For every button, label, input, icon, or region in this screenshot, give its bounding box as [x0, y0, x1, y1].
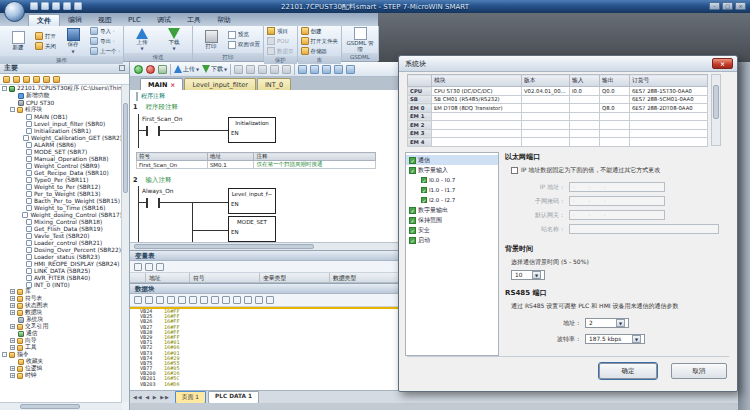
pin-icon[interactable] [119, 65, 125, 71]
expand-toggle-icon[interactable]: + [10, 373, 15, 378]
tree-tool-1-icon[interactable] [3, 76, 10, 83]
tree-tool-3-icon[interactable] [23, 76, 30, 83]
tree-item[interactable]: HMI_REOPE_DISPLAY (SBR24) [0, 260, 122, 267]
help-icon[interactable] [266, 296, 274, 304]
menu-tab-PLC[interactable]: PLC [120, 14, 149, 26]
symbol-table-row[interactable]: First_Scan_OnSM0.1仅在第一个扫描周期时接通 [137, 161, 376, 169]
expand-toggle-icon[interactable]: + [10, 296, 15, 301]
expand-toggle-icon[interactable]: + [10, 303, 15, 308]
settings-tree-item-数字量输出[interactable]: ✓数字量输出 [406, 205, 498, 215]
data-page-tab-页面 1[interactable]: 页面 1 [175, 391, 206, 404]
ribbon-button-项目[interactable]: 项目 [267, 27, 294, 35]
ribbon-button-打开文件夹[interactable]: 打开文件夹 [301, 37, 339, 45]
tree-item[interactable]: 收藏夹 [0, 358, 122, 365]
module-table-row[interactable]: CPUCPU ST30 (DC/DC/DC)V02.04.01_00...I0.… [408, 87, 708, 96]
menu-tab-工具[interactable]: 工具 [179, 14, 209, 26]
tree-item[interactable]: Type0_Per (SBR11) [0, 176, 122, 183]
ribbon-button-上一个[interactable]: 上一个 · [90, 47, 120, 55]
tree-item[interactable]: 系统块 [0, 316, 122, 323]
ribbon-button-存储器[interactable]: 存储器 [301, 47, 339, 55]
program-comment[interactable]: 程序注释 [136, 92, 165, 101]
down-icon[interactable] [156, 296, 164, 304]
network-comment[interactable]: 程序段注释 [146, 103, 179, 111]
tree-item[interactable]: Mixing_Control (SBR18) [0, 218, 122, 225]
settings-tree-item-通信[interactable]: ✓通信 [406, 155, 498, 165]
tree-item[interactable]: -程序块 [0, 106, 122, 113]
menu-tab-帮助[interactable]: 帮助 [209, 14, 239, 26]
close-button[interactable]: × [735, 2, 746, 10]
tree-item[interactable]: CPU ST30 [0, 99, 122, 106]
column-header-符号[interactable]: 符号 [190, 273, 260, 282]
subroutine-box[interactable]: Initialization EN [228, 117, 276, 143]
tree-item[interactable]: Loader_control (SBR21) [0, 239, 122, 246]
tree-item[interactable]: 新增功能 [0, 92, 122, 99]
tree-item[interactable]: Per_to_Weight (SBR13) [0, 190, 122, 197]
column-header-数据类型[interactable]: 数据类型 [330, 273, 400, 282]
app-menu-orb-button[interactable] [4, 1, 25, 22]
tree-item[interactable]: Vavle_Test (SBR20) [0, 232, 122, 239]
tree-item[interactable]: +位逻辑 [0, 365, 122, 372]
background-time-select[interactable]: 10 ▼ [511, 270, 545, 280]
settings-tree-item-数字量输入[interactable]: ✓数字量输入 [406, 165, 498, 175]
tree-item[interactable]: +向导 [0, 337, 122, 344]
expand-toggle-icon[interactable]: - [10, 107, 15, 112]
rs485-baud-select[interactable]: 187.5 kbps ▼ [585, 334, 645, 344]
module-table-row[interactable]: SBSB CM01 (RS485/RS232)6ES7 288-5CM01-0A… [408, 95, 708, 104]
tree-item[interactable]: +状态图表 [0, 302, 122, 309]
tree-item[interactable]: Bacth_Per_to_Weight (SBR15) [0, 197, 122, 204]
undo-icon[interactable] [200, 296, 208, 304]
settings-tree-item-I1.0 - I1.7[interactable]: ✓I1.0 - I1.7 [406, 185, 498, 195]
insert-icon[interactable] [222, 296, 230, 304]
tree-horizontal-scrollbar[interactable] [0, 402, 122, 410]
ribbon-button-打开[interactable]: 打开 [35, 32, 56, 40]
expand-toggle-icon[interactable]: + [10, 366, 15, 371]
tree-item[interactable]: Manual_Operation (SBR8) [0, 155, 122, 162]
minimize-button[interactable]: – [709, 2, 720, 10]
goto-icon[interactable] [334, 65, 343, 74]
chevron-down-icon[interactable]: ▼ [632, 335, 641, 343]
save-icon[interactable] [134, 296, 142, 304]
module-table-row[interactable]: EM 1 [408, 112, 708, 121]
subroutine-box[interactable]: Level_input_f~ EN [228, 188, 276, 214]
dialog-title-bar[interactable]: 系统块 × [399, 56, 737, 72]
menu-tab-视图[interactable]: 视图 [90, 14, 120, 26]
tree-item[interactable]: -22101.7CPUST30程序 (C:\Users\ThinkPa [0, 85, 122, 92]
ribbon-button-预览[interactable]: 预览 [228, 31, 260, 39]
tree-item[interactable]: +交叉引用 [0, 323, 122, 330]
delete-row-icon[interactable] [145, 263, 153, 271]
page-icon[interactable] [244, 296, 252, 304]
bookmark-icon[interactable] [322, 65, 331, 74]
chevron-down-icon[interactable]: ▼ [616, 319, 625, 327]
delete-icon[interactable] [211, 296, 219, 304]
tree-item[interactable]: Get_Recipe_Data (SBR10) [0, 169, 122, 176]
expand-toggle-icon[interactable]: + [10, 324, 15, 329]
settings-tree-item-I0.0 - I0.7[interactable]: ✓I0.0 - I0.7 [406, 175, 498, 185]
menu-tab-调试[interactable]: 调试 [149, 14, 179, 26]
module-table[interactable]: 模块版本输入输出订货号CPUCPU ST30 (DC/DC/DC)V02.04.… [407, 74, 708, 147]
ribbon-button-下载[interactable]: 下载▼ [159, 28, 189, 52]
tree-item[interactable]: Loader_status (SBR23) [0, 253, 122, 260]
ribbon-button-导入[interactable]: 导入 · [90, 27, 120, 35]
ribbon-button-GSDML 管理[interactable]: GSDML 管理 [345, 27, 375, 52]
insert-network-icon[interactable] [298, 65, 307, 74]
module-table-row[interactable]: EM 2 [408, 121, 708, 130]
ribbon-button-双面设置[interactable]: 双面设置 [228, 41, 260, 49]
tree-item[interactable]: Dosing_Over_Percent (SBR22) [0, 246, 122, 253]
expand-toggle-icon[interactable]: + [10, 310, 15, 315]
expand-toggle-icon[interactable]: + [10, 345, 15, 350]
tree-item[interactable]: MODE_SET (SBR7) [0, 148, 122, 155]
editor-tab-Level_input_filter[interactable]: Level_input_filter [184, 78, 256, 90]
no-contact[interactable] [146, 126, 160, 136]
dropdown-icon[interactable] [233, 296, 241, 304]
menu-tab-编辑[interactable]: 编辑 [60, 14, 90, 26]
tree-item[interactable]: Weight_to_Time (SBR16) [0, 204, 122, 211]
expand-toggle-icon[interactable]: - [2, 86, 7, 91]
cancel-button[interactable]: 取消 [671, 363, 727, 379]
ribbon-button-新建[interactable]: 新建 [3, 31, 33, 51]
compile-icon[interactable] [158, 65, 167, 74]
network-comment[interactable]: 输入注释 [146, 176, 172, 184]
tree-item[interactable]: Weight_Control (SBR9) [0, 162, 122, 169]
upload-button[interactable]: 上传▼ [174, 65, 199, 74]
tree-item[interactable]: +符号表 [0, 295, 122, 302]
module-table-row[interactable]: EM 0EM DT08 (8DQ Transistor)Q8.06ES7 288… [408, 104, 708, 113]
